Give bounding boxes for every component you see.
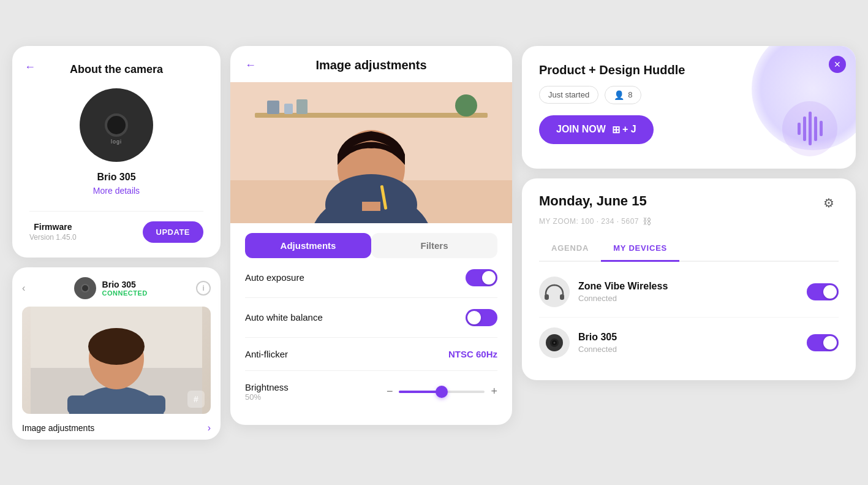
tab-filters[interactable]: Filters [371,233,497,258]
logi-label: logi [111,139,122,145]
wave-bar-5 [820,121,823,136]
svg-point-24 [554,342,556,343]
device-item: Brio 305 Connected [539,318,839,368]
nav-left-button[interactable]: ‹ [22,283,25,294]
zoom-info: MY ZOOM: 100 · 234 · 5607 ⛓ [539,216,839,226]
tab-my-devices[interactable]: MY DEVICES [601,237,679,262]
zone-vibe-toggle[interactable] [807,283,839,300]
huddle-meta: Just started 👤 8 [539,86,839,104]
attendees-count: 8 [628,90,632,99]
brightness-row: Brightness 50% − + [245,371,497,413]
brightness-slider-container: − + [387,385,497,398]
anti-flicker-row: Anti-flicker NTSC 60Hz [245,338,497,371]
auto-white-balance-row: Auto white balance [245,298,497,338]
camera-image: logi [80,88,153,162]
auto-exposure-label: Auto exposure [245,272,304,283]
zoom-label: MY ZOOM: 100 · 234 · 5607 [539,217,639,226]
devices-list: Zone Vibe Wireless Connected [539,262,839,368]
svg-rect-19 [545,294,549,300]
svg-point-4 [88,328,145,365]
zone-vibe-info: Zone Vibe Wireless Connected [578,281,798,303]
wave-bar-3 [809,112,812,145]
join-now-label: JOIN NOW [556,124,606,135]
device-item: Zone Vibe Wireless Connected [539,267,839,318]
image-adj-header: ← Image adjustments [230,46,512,82]
auto-exposure-toggle[interactable] [466,269,497,286]
app-container: ← About the camera logi Brio 305 More de… [12,46,856,440]
zone-vibe-status: Connected [578,294,798,303]
img-adj-back-button[interactable]: ← [245,59,256,72]
zoom-link-icon: ⛓ [643,216,652,226]
huddle-card: ✕ Product + Design Huddle Just started 👤… [522,46,856,169]
brio-connected-status: CONNECTED [102,289,148,297]
info-icon[interactable]: i [196,281,211,296]
auto-white-balance-toggle[interactable] [466,309,497,326]
windows-icon: ⊞ [612,124,620,136]
tab-agenda[interactable]: AGENDA [539,237,601,262]
firmware-label: Firmware [29,222,77,232]
auto-exposure-row: Auto exposure [245,258,497,298]
brio305-toggle[interactable] [807,334,839,351]
back-button[interactable]: ← [25,61,36,74]
brightness-percent: 50% [245,392,289,402]
brio-thumbnail [74,277,96,299]
hashtag-icon: # [187,391,205,408]
image-adjustments-footer[interactable]: Image adjustments › [22,414,211,440]
shortcut-key: + J [622,124,636,135]
brio305-status: Connected [578,345,798,354]
tab-adjustments[interactable]: Adjustments [245,233,371,258]
column-2: ← Image adjustments [230,46,512,425]
brio305-name: Brio 305 [578,332,798,343]
attendees-badge: 👤 8 [605,86,641,104]
anti-flicker-value[interactable]: NTSC 60Hz [448,349,497,359]
wave-bar-1 [798,123,801,135]
slider-thumb[interactable] [436,386,448,398]
firmware-row: Firmware Version 1.45.0 UPDATE [29,211,203,243]
brio-preview-card: ‹ Brio 305 CONNECTED i [12,267,221,440]
wave-bar-2 [803,116,806,141]
svg-rect-10 [284,104,293,114]
brightness-control: Brightness 50% [245,382,289,402]
wave-bar-4 [814,116,817,141]
camera-device-svg [544,332,565,353]
svg-rect-20 [560,294,564,300]
zone-vibe-name: Zone Vibe Wireless [578,281,798,292]
auto-white-balance-label: Auto white balance [245,312,323,323]
slider-minus-button[interactable]: − [387,385,393,398]
anti-flicker-label: Anti-flicker [245,349,288,359]
image-adj-label: Image adjustments [22,423,94,433]
image-adjustments-card: ← Image adjustments [230,46,512,425]
svg-rect-17 [362,202,380,211]
brio-preview-header: ‹ Brio 305 CONNECTED i [22,277,211,299]
brio305-device-icon [539,327,570,358]
audio-waves [798,112,823,145]
image-adj-tabs: Adjustments Filters [245,233,497,258]
brio-nav-controls: ‹ [22,283,25,294]
webcam-preview-svg [230,82,512,223]
calendar-tabs: AGENDA MY DEVICES [539,237,839,262]
adjustments-list: Auto exposure Auto white balance Anti-fl… [230,258,512,425]
brightness-label: Brightness [245,382,289,392]
cal-header: Monday, June 15 ⚙ [539,193,839,213]
brio-info: Brio 305 CONNECTED [102,280,148,297]
close-button[interactable]: ✕ [829,56,846,73]
slider-plus-button[interactable]: + [491,385,497,398]
brightness-slider-track[interactable] [399,391,485,393]
person-preview-svg [22,307,211,414]
brio305-info: Brio 305 Connected [578,332,798,354]
column-1: ← About the camera logi Brio 305 More de… [12,46,221,440]
headphone-svg [544,283,565,300]
brio-device-info: Brio 305 CONNECTED [74,277,148,299]
huddle-title: Product + Design Huddle [539,63,698,77]
column-3: ✕ Product + Design Huddle Just started 👤… [522,46,856,380]
calendar-card: Monday, June 15 ⚙ MY ZOOM: 100 · 234 · 5… [522,178,856,380]
camera-name: Brio 305 [29,172,203,183]
audio-icon-decoration [782,101,837,156]
update-button[interactable]: UPDATE [143,221,203,243]
headphone-device-icon [539,277,570,307]
join-now-button[interactable]: JOIN NOW ⊞ + J [539,115,654,144]
settings-gear-icon[interactable]: ⚙ [819,193,839,213]
brio-device-name: Brio 305 [102,280,148,289]
chevron-right-icon: › [208,422,211,433]
more-details-link[interactable]: More details [93,186,140,196]
